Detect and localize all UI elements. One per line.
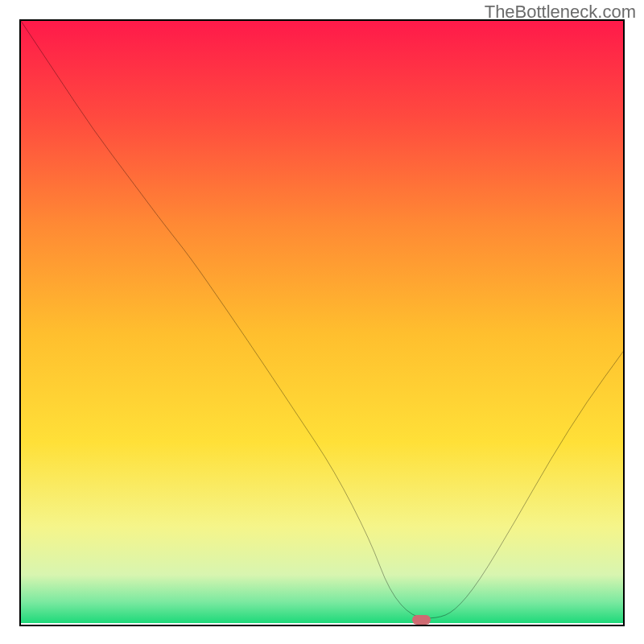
minimum-marker xyxy=(412,615,430,624)
watermark-text: TheBottleneck.com xyxy=(485,2,636,23)
plot-area xyxy=(19,19,625,626)
bottleneck-curve xyxy=(21,21,623,625)
chart-container: TheBottleneck.com xyxy=(0,0,644,644)
